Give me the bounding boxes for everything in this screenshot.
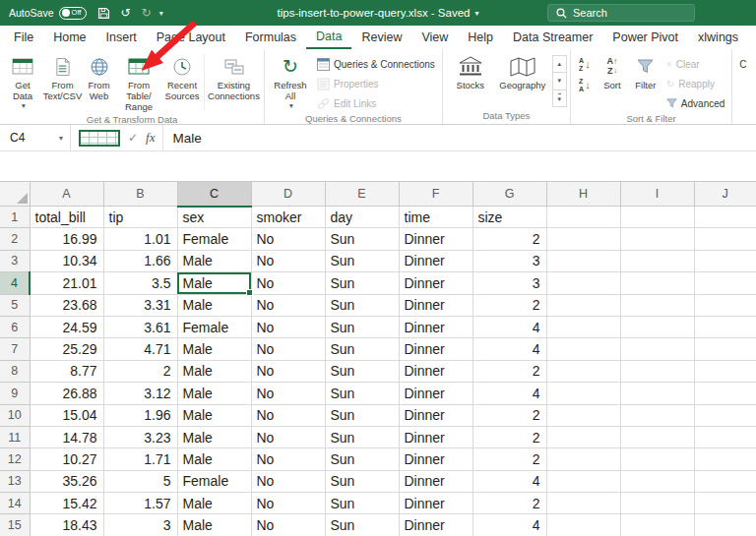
column-header-D[interactable]: D (251, 182, 325, 207)
cell-C2[interactable]: Female (177, 228, 251, 250)
cell-C14[interactable]: Male (177, 493, 251, 514)
edit-links-button[interactable]: Edit Links (313, 94, 439, 112)
cell-G2[interactable]: 2 (472, 228, 546, 250)
column-header-I[interactable]: I (620, 182, 694, 207)
cell-D11[interactable]: No (251, 426, 325, 447)
row-header-14[interactable]: 14 (0, 493, 30, 514)
cell-I6[interactable] (620, 316, 694, 337)
column-header-A[interactable]: A (30, 182, 103, 207)
cell-C15[interactable]: Male (177, 514, 251, 536)
tab-home[interactable]: Home (43, 26, 95, 49)
cell-H15[interactable] (546, 514, 620, 536)
gallery-down-button[interactable]: ▾ (553, 73, 566, 89)
cell-G12[interactable]: 2 (472, 448, 546, 470)
tab-data-streamer[interactable]: Data Streamer (503, 26, 602, 49)
cell-H14[interactable] (546, 493, 620, 514)
cell-H6[interactable] (546, 316, 620, 337)
row-header-11[interactable]: 11 (0, 426, 30, 447)
cell-H13[interactable] (546, 470, 620, 492)
cell-E10[interactable]: Sun (325, 404, 399, 426)
cell-J15[interactable] (694, 514, 756, 536)
cell-D3[interactable]: No (251, 250, 325, 271)
cell-I11[interactable] (620, 426, 694, 447)
queries-connections-button[interactable]: Queries & Connections (313, 55, 439, 73)
cell-A15[interactable]: 18.43 (30, 514, 103, 536)
cell-J5[interactable] (694, 294, 756, 316)
cell-G5[interactable]: 2 (472, 294, 546, 316)
cell-B7[interactable]: 4.71 (103, 338, 177, 360)
tab-data[interactable]: Data (306, 26, 351, 49)
cell-D1[interactable]: smoker (251, 207, 325, 228)
row-header-1[interactable]: 1 (0, 207, 30, 228)
gallery-more-button[interactable]: ▾ (553, 90, 566, 106)
cell-J6[interactable] (694, 316, 756, 337)
formula-input[interactable]: Male (163, 131, 756, 146)
cell-I5[interactable] (620, 294, 694, 316)
cell-F12[interactable]: Dinner (399, 448, 472, 470)
cell-C6[interactable]: Female (177, 316, 251, 337)
cell-A4[interactable]: 21.01 (30, 272, 103, 294)
cell-B11[interactable]: 3.23 (103, 426, 177, 447)
enter-check-icon[interactable]: ✓ (128, 131, 138, 145)
cell-G3[interactable]: 3 (472, 250, 546, 271)
row-header-13[interactable]: 13 (0, 470, 30, 492)
geography-button[interactable]: Geography (495, 51, 550, 109)
tab-help[interactable]: Help (458, 26, 503, 49)
cell-D2[interactable]: No (251, 228, 325, 250)
cell-E1[interactable]: day (325, 207, 399, 228)
cell-F6[interactable]: Dinner (399, 316, 472, 337)
cell-A13[interactable]: 35.26 (30, 470, 103, 492)
cell-C11[interactable]: Male (177, 426, 251, 447)
autosave-switch[interactable]: Off (59, 7, 87, 20)
cell-H7[interactable] (546, 338, 620, 360)
cell-F5[interactable]: Dinner (399, 294, 472, 316)
cell-A11[interactable]: 14.78 (30, 426, 103, 447)
tab-power-pivot[interactable]: Power Pivot (602, 26, 688, 49)
gallery-up-button[interactable]: ▴ (553, 56, 566, 73)
cell-G13[interactable]: 4 (472, 470, 546, 492)
cell-D10[interactable]: No (251, 404, 325, 426)
tab-review[interactable]: Review (351, 26, 411, 49)
save-button[interactable] (97, 7, 110, 20)
cell-A7[interactable]: 25.29 (30, 338, 103, 360)
cell-E7[interactable]: Sun (325, 338, 399, 360)
cell-F14[interactable]: Dinner (399, 493, 472, 514)
column-header-E[interactable]: E (325, 182, 399, 207)
column-header-G[interactable]: G (472, 182, 546, 207)
column-header-C[interactable]: C (177, 182, 251, 207)
row-header-4[interactable]: 4 (0, 272, 30, 294)
row-header-10[interactable]: 10 (0, 404, 30, 426)
cell-E9[interactable]: Sun (325, 383, 399, 404)
advanced-filter-button[interactable]: Advanced (662, 94, 728, 112)
row-header-8[interactable]: 8 (0, 360, 30, 382)
cell-E14[interactable]: Sun (325, 493, 399, 514)
cell-G14[interactable]: 2 (472, 493, 546, 514)
cell-F2[interactable]: Dinner (399, 228, 472, 250)
cell-C3[interactable]: Male (177, 250, 251, 271)
cell-E8[interactable]: Sun (325, 360, 399, 382)
cell-F9[interactable]: Dinner (399, 383, 472, 404)
clipped-button[interactable]: C (735, 55, 750, 73)
cell-A12[interactable]: 10.27 (30, 448, 103, 470)
cell-H5[interactable] (546, 294, 620, 316)
cell-D7[interactable]: No (251, 338, 325, 360)
cell-I14[interactable] (620, 493, 694, 514)
cell-F3[interactable]: Dinner (399, 250, 472, 271)
autosave-toggle[interactable]: AutoSave Off (9, 7, 87, 20)
cell-H12[interactable] (546, 448, 620, 470)
cell-A2[interactable]: 16.99 (30, 228, 103, 250)
cell-I8[interactable] (620, 360, 694, 382)
from-web-button[interactable]: From Web (83, 51, 115, 113)
tab-file[interactable]: File (4, 26, 43, 49)
row-header-15[interactable]: 15 (0, 514, 30, 536)
cell-C5[interactable]: Male (177, 294, 251, 316)
cell-E3[interactable]: Sun (325, 250, 399, 271)
cell-I9[interactable] (620, 383, 694, 404)
cell-I10[interactable] (620, 404, 694, 426)
cell-J7[interactable] (694, 338, 756, 360)
from-text-csv-button[interactable]: From Text/CSV (42, 51, 83, 113)
cell-F11[interactable]: Dinner (399, 426, 472, 447)
cell-H3[interactable] (546, 250, 620, 271)
cell-F10[interactable]: Dinner (399, 404, 472, 426)
column-header-J[interactable]: J (694, 182, 756, 207)
